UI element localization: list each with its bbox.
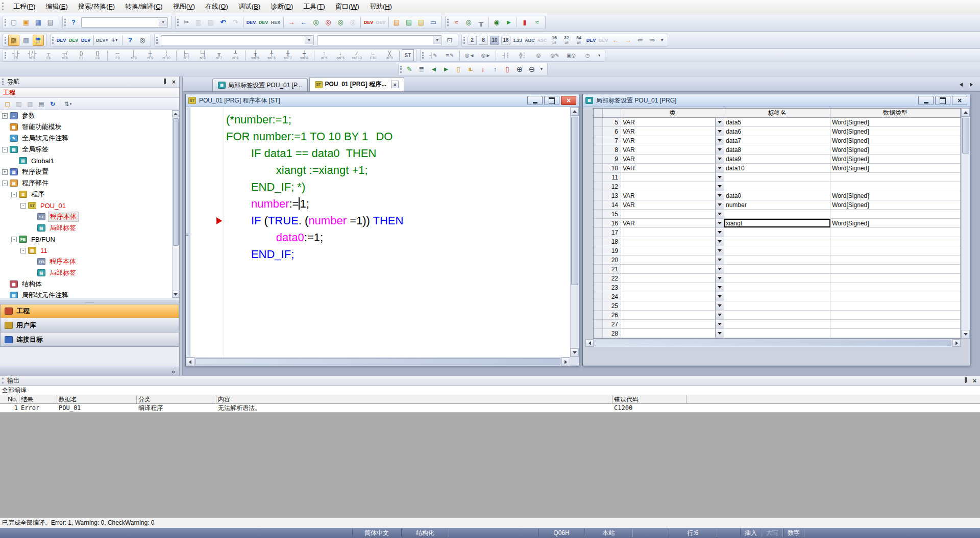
find-next-window-icon[interactable]: ► xyxy=(440,64,452,75)
tree-item[interactable]: - ▤ 全局标签 xyxy=(0,144,173,155)
view-selector-button[interactable]: 连接目标 xyxy=(0,332,179,347)
class-column-header[interactable]: 类 xyxy=(621,109,724,117)
maximize-icon[interactable] xyxy=(544,96,559,105)
label-name-cell[interactable] xyxy=(724,237,830,246)
panel-splitter[interactable]: ......... xyxy=(0,300,179,304)
close-icon[interactable] xyxy=(952,96,967,105)
tree-item[interactable]: - ▣ 程序部件 xyxy=(0,177,173,189)
class-cell[interactable]: VAR xyxy=(621,200,724,209)
tree-item[interactable]: - FB FB/FUN xyxy=(0,234,173,245)
device-previous-icon[interactable]: ← xyxy=(610,35,621,46)
data-property-icon[interactable]: ▤ xyxy=(36,99,46,109)
label-name-cell[interactable] xyxy=(724,320,830,328)
device-next-icon[interactable]: → xyxy=(622,35,633,46)
device-comment-icon[interactable]: DEV xyxy=(56,35,67,46)
data-type-cell[interactable] xyxy=(830,283,961,292)
double-32bit-icon[interactable]: 32bit xyxy=(561,35,572,46)
edit-mode-icon[interactable]: ✎ xyxy=(404,64,415,75)
pulse-trace-icon[interactable]: ╥ xyxy=(475,17,486,28)
class-cell[interactable] xyxy=(621,329,724,338)
find-condition-combo[interactable] xyxy=(317,35,442,45)
check-waveform-icon[interactable]: ≈ xyxy=(531,17,543,28)
tree-item[interactable]: ▤ 局部标签 xyxy=(0,267,173,278)
label-name-cell[interactable]: data0 xyxy=(724,191,830,200)
tree-item[interactable]: ▤ Global1 xyxy=(0,155,173,166)
application-instruction-icon[interactable]: {}F8 xyxy=(90,49,105,61)
table-horizontal-scrollbar[interactable] xyxy=(585,339,961,347)
sort-dropdown-icon[interactable]: ⇅ xyxy=(62,99,74,109)
zoom-out-icon[interactable]: ⊖ xyxy=(526,64,537,75)
class-dropdown-icon[interactable] xyxy=(715,145,724,154)
class-dropdown-icon[interactable] xyxy=(715,265,724,273)
more-views-button[interactable]: » xyxy=(0,367,179,376)
st-code-area[interactable]: (*number:=1;FOR number:=1 TO 10 BY 1 DO … xyxy=(225,107,570,357)
row-selector-cell[interactable] xyxy=(594,246,603,255)
class-dropdown-icon[interactable] xyxy=(715,173,724,182)
toolbar-options-icon[interactable]: ▾ xyxy=(596,50,602,61)
device-batch-icon[interactable]: DEV xyxy=(258,17,269,28)
data-type-cell[interactable] xyxy=(830,210,961,218)
tree-expander[interactable]: - xyxy=(20,248,26,253)
label-name-cell[interactable]: number xyxy=(724,200,830,209)
data-type-cell[interactable]: Word[Signed] xyxy=(830,200,961,209)
falling-pulse-icon[interactable]: ↓caF5 xyxy=(333,49,348,61)
scroll-thumb[interactable] xyxy=(173,118,179,246)
column-statement-icon[interactable]: ╬┆ xyxy=(514,49,530,61)
menu-item[interactable]: 诊断(D) xyxy=(265,1,298,12)
class-dropdown-icon[interactable] xyxy=(715,320,724,328)
pulse-ff-close-icon[interactable]: ╀saF6 xyxy=(264,49,279,61)
label-name-cell[interactable]: data6 xyxy=(724,127,830,136)
row-number-cell[interactable]: 11 xyxy=(603,173,621,182)
device-off-icon[interactable]: DEV xyxy=(375,17,386,28)
find-next-icon[interactable]: ◎► xyxy=(478,49,494,61)
row-selector-cell[interactable] xyxy=(594,292,603,301)
scroll-thumb[interactable] xyxy=(595,340,951,346)
tab-scroll-left-icon[interactable] xyxy=(958,81,965,88)
tab-local-label-settings[interactable]: ▤ 局部标签设置 POU_01 [P... xyxy=(212,79,308,91)
open-project-icon[interactable]: ▣ xyxy=(20,17,32,28)
row-number-cell[interactable]: 24 xyxy=(603,292,621,301)
scroll-down-icon[interactable] xyxy=(570,348,579,357)
cross-reference-dropdown-icon[interactable]: + xyxy=(109,35,120,46)
string-display-icon[interactable]: ABC xyxy=(524,35,535,46)
lock-icon[interactable]: ⊡ xyxy=(444,35,455,46)
class-cell[interactable]: VAR xyxy=(621,155,724,163)
data-type-cell[interactable]: Word[Signed] xyxy=(830,155,961,163)
row-selector-cell[interactable] xyxy=(594,320,603,328)
class-cell[interactable] xyxy=(621,237,724,246)
tree-item[interactable]: + ▥ 程序设置 xyxy=(0,166,173,177)
device-last-icon[interactable]: ⇒ xyxy=(647,35,658,46)
find-target-combo[interactable] xyxy=(161,35,314,45)
find-previous-icon[interactable]: ◎◄ xyxy=(462,49,477,61)
row-number-cell[interactable]: 22 xyxy=(603,274,621,283)
menu-item[interactable]: 搜索/替换(F) xyxy=(73,1,120,12)
row-number-cell[interactable]: 18 xyxy=(603,237,621,246)
label-name-column-header[interactable]: 标签名 xyxy=(724,109,830,117)
class-dropdown-icon[interactable] xyxy=(715,136,724,145)
class-cell[interactable] xyxy=(621,228,724,237)
tree-expander[interactable]: - xyxy=(11,237,17,242)
quad-64bit-icon[interactable]: 64bit xyxy=(573,35,584,46)
cut-icon[interactable]: ✂ xyxy=(181,17,192,28)
data-type-cell[interactable] xyxy=(830,274,961,283)
find-binoculars-icon[interactable]: ◎ xyxy=(137,35,148,46)
menu-item[interactable]: 工程(P) xyxy=(8,1,40,12)
work-window-toggle-icon[interactable]: ≣ xyxy=(33,35,44,46)
data-type-cell[interactable]: Word[Signed] xyxy=(830,191,961,200)
scroll-thumb[interactable] xyxy=(195,358,560,365)
verify-with-plc-icon[interactable]: ◎ xyxy=(310,17,322,28)
redo-icon[interactable]: ↷ xyxy=(230,17,241,28)
pulse-branch-icon[interactable]: ┰aF7 xyxy=(211,49,227,61)
monitor-mode-icon[interactable]: ◎ xyxy=(323,17,334,28)
zoom-in-icon[interactable]: ⊕ xyxy=(514,64,525,75)
row-selector-cell[interactable] xyxy=(594,210,603,218)
menu-item[interactable]: 转换/编译(C) xyxy=(120,1,168,12)
label-name-cell[interactable]: xiangt xyxy=(724,219,830,227)
write-to-plc-icon[interactable]: → xyxy=(286,17,297,28)
new-data-icon[interactable]: ▢ xyxy=(3,99,13,109)
class-dropdown-icon[interactable] xyxy=(715,127,724,136)
binary-display-icon[interactable]: 2 xyxy=(468,36,477,45)
tree-item[interactable]: FB 程序本体 xyxy=(0,256,173,267)
class-dropdown-icon[interactable] xyxy=(715,292,724,301)
scroll-left-icon[interactable] xyxy=(585,339,594,347)
